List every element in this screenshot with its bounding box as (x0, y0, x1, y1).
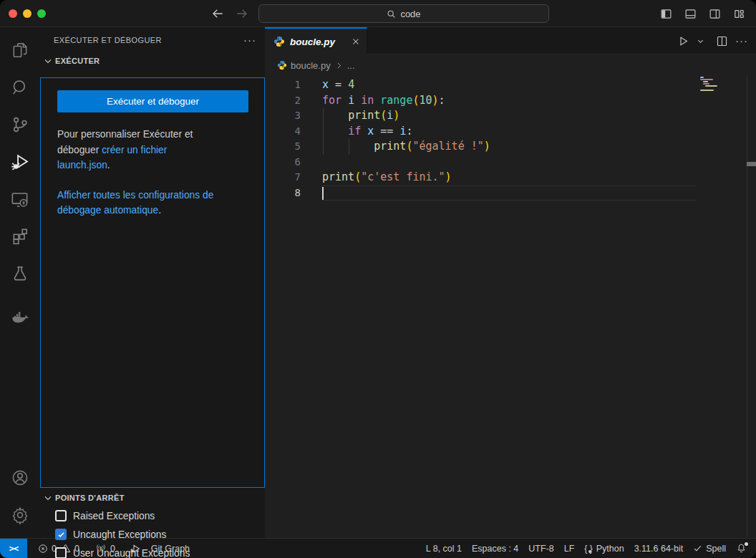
toggle-panel-button[interactable] (683, 6, 697, 21)
notifications-status[interactable] (731, 539, 752, 558)
run-section-label: EXÉCUTER (55, 57, 100, 65)
activitybar-item-search[interactable] (0, 69, 39, 106)
braces-icon: { } (584, 544, 592, 554)
link[interactable]: Afficher toutes les configurations de (57, 190, 213, 201)
zoom-window-button[interactable] (37, 9, 46, 18)
python-interpreter-status[interactable]: 3.11.6 64-bit (629, 539, 689, 558)
language-mode-status[interactable]: { } Python (579, 539, 629, 558)
minimap-line (700, 90, 714, 91)
cursor-position-status[interactable]: L 8, col 1 (421, 539, 467, 558)
activitybar-item-run-and-debug[interactable] (0, 143, 39, 181)
code-line[interactable]: 5 print("égalité !") (265, 139, 756, 155)
activitybar-item-remote-explorer[interactable] (0, 181, 39, 218)
activitybar-item-source-control[interactable] (0, 106, 39, 143)
breadcrumb-file[interactable]: boucle.py (291, 60, 331, 71)
breakpoint-label: Raised Exceptions (73, 511, 155, 521)
spell-checker-status[interactable]: Spell (688, 539, 731, 558)
line-content (301, 186, 322, 201)
activitybar-item-accounts[interactable] (0, 459, 39, 496)
line-content: if x == i: (301, 124, 412, 140)
navigate-back-button[interactable] (209, 5, 226, 22)
code-line[interactable]: 4 if x == i: (265, 124, 756, 140)
run-section-header[interactable]: EXÉCUTER (39, 52, 265, 69)
checkbox-unchecked[interactable] (55, 510, 67, 521)
extensions-icon (11, 227, 29, 246)
toggle-secondary-sidebar-button[interactable] (707, 6, 722, 21)
overview-ruler-scrollbar[interactable] (747, 76, 756, 538)
code-line[interactable]: 7print("c'est fini.") (265, 170, 756, 186)
search-value: code (400, 9, 420, 19)
breakpoints-section-header[interactable]: POINTS D'ARRÊT (39, 489, 265, 506)
breakpoint-item[interactable]: User Uncaught Exceptions (55, 544, 265, 558)
code-editor[interactable]: 1x = 42for i in range(10):3 print(i)4 if… (265, 76, 756, 538)
window-controls (9, 9, 46, 18)
indentation-status[interactable]: Espaces : 4 (467, 539, 523, 558)
split-editor-button[interactable] (715, 32, 729, 49)
breakpoint-item[interactable]: Raised Exceptions (55, 506, 265, 525)
title-bar: code (0, 0, 756, 27)
run-and-debug-button[interactable]: Exécuter et déboguer (57, 90, 248, 112)
run-and-debug-icon (10, 152, 30, 172)
encoding-status[interactable]: UTF-8 (523, 539, 558, 558)
link[interactable]: débogage automatique (57, 205, 158, 216)
run-dropdown-button[interactable] (696, 32, 705, 49)
link[interactable]: launch.json (57, 160, 107, 170)
more-icon: ··· (735, 37, 748, 44)
sidebar-title: EXÉCUTER ET DÉBOGUER (54, 36, 243, 44)
breadcrumb[interactable]: boucle.py ... (265, 54, 756, 76)
overview-cursor-marker (747, 162, 756, 166)
code-line[interactable]: 1x = 4 (265, 77, 756, 93)
command-center-search[interactable]: code (258, 4, 549, 23)
activitybar-item-docker[interactable] (0, 299, 39, 337)
check-icon (693, 544, 702, 553)
chevron-right-icon (334, 61, 344, 70)
activitybar-item-explorer[interactable] (0, 32, 39, 69)
run-python-file-button[interactable] (677, 32, 690, 49)
activitybar-item-extensions[interactable] (0, 218, 39, 255)
arrow-right-icon (236, 7, 248, 20)
code-line[interactable]: 8 (265, 186, 756, 201)
minimize-window-button[interactable] (23, 9, 32, 18)
testing-beaker-icon (11, 264, 29, 283)
line-content (301, 155, 322, 170)
tab-boucle-py[interactable]: boucle.py (265, 27, 367, 54)
eol-status[interactable]: LF (559, 539, 580, 558)
customize-layout-button[interactable] (732, 6, 746, 21)
minimap[interactable] (700, 77, 745, 94)
breakpoint-label: Uncaught Exceptions (73, 529, 166, 540)
checkbox-unchecked[interactable] (55, 547, 67, 558)
settings-gear-icon (11, 506, 29, 524)
activitybar-item-settings[interactable] (0, 496, 39, 534)
close-window-button[interactable] (9, 9, 17, 18)
editor-more-actions-button[interactable]: ··· (735, 32, 749, 49)
line-content: x = 4 (301, 77, 354, 93)
line-number: 2 (265, 93, 301, 109)
breadcrumb-symbol[interactable]: ... (347, 60, 355, 71)
close-icon[interactable] (351, 37, 361, 47)
panel-bottom-icon (684, 8, 697, 20)
indent-guide (323, 108, 324, 155)
tab-bar: boucle.py ··· (265, 27, 756, 54)
breakpoints-section: POINTS D'ARRÊT Raised ExceptionsUncaught… (39, 489, 265, 558)
line-number: 6 (265, 155, 301, 170)
sidebar-right-icon (709, 8, 721, 20)
breakpoint-item[interactable]: Uncaught Exceptions (55, 525, 265, 544)
navigate-forward-button[interactable] (233, 5, 251, 22)
sidebar-more-actions-button[interactable]: ··· (243, 37, 256, 44)
indent-guide (349, 139, 349, 155)
code-line[interactable]: 6 (265, 155, 756, 170)
chevron-down-icon (42, 55, 54, 67)
code-line[interactable]: 3 print(i) (265, 108, 756, 124)
arrow-left-icon (211, 7, 224, 20)
code-line[interactable]: 2for i in range(10): (265, 93, 756, 109)
link[interactable]: créer un fichier (102, 145, 167, 155)
tab-label: boucle.py (290, 37, 346, 47)
activitybar-item-testing[interactable] (0, 255, 39, 292)
minimap-line (703, 81, 709, 82)
run-and-debug-sidebar: EXÉCUTER ET DÉBOGUER ··· EXÉCUTER Exécut… (39, 27, 265, 538)
checkbox-checked[interactable] (55, 529, 67, 540)
breakpoint-label: User Uncaught Exceptions (73, 548, 190, 558)
minimap-line (703, 83, 710, 85)
remote-indicator[interactable]: >< (0, 539, 27, 558)
toggle-primary-sidebar-button[interactable] (659, 6, 673, 21)
